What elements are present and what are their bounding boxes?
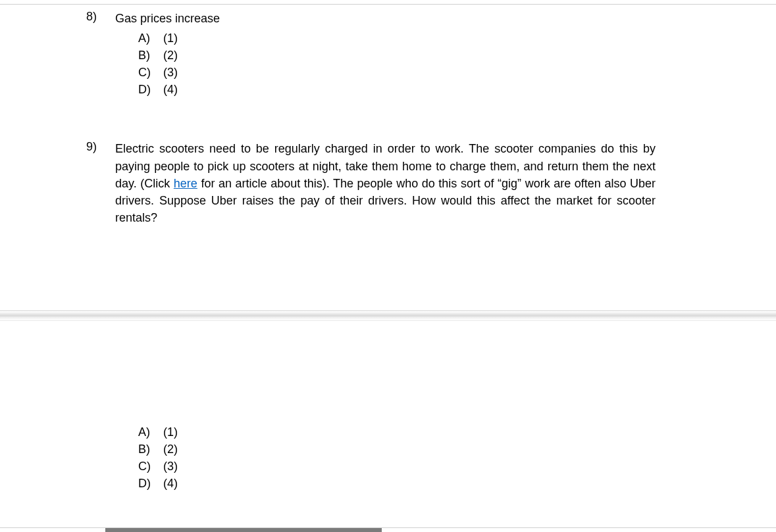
option-value: (2) [163, 47, 178, 64]
option-row: D) (4) [138, 475, 656, 492]
option-letter: B) [138, 47, 163, 64]
option-row: A) (1) [138, 30, 656, 47]
question-options: A) (1) B) (2) C) (3) D) (4) [138, 30, 656, 98]
option-value: (1) [163, 423, 178, 441]
question-number: 9) [86, 140, 115, 154]
option-row: D) (4) [138, 81, 656, 98]
option-value: (3) [163, 458, 178, 475]
option-row: C) (3) [138, 458, 656, 475]
article-link[interactable]: here [174, 177, 197, 190]
question-number: 8) [86, 10, 115, 24]
option-letter: C) [138, 458, 163, 475]
option-row: B) (2) [138, 441, 656, 458]
horizontal-scrollbar-thumb[interactable] [105, 528, 382, 532]
option-letter: A) [138, 423, 163, 441]
top-border-rule [0, 4, 776, 5]
option-value: (4) [163, 475, 178, 492]
option-letter: D) [138, 81, 163, 98]
option-letter: C) [138, 64, 163, 81]
option-letter: D) [138, 475, 163, 492]
option-row: C) (3) [138, 64, 656, 81]
document-page: 8) Gas prices increase A) (1) B) (2) C) … [86, 10, 656, 496]
option-row: B) (2) [138, 47, 656, 64]
question-8: 8) Gas prices increase A) (1) B) (2) C) … [86, 10, 656, 98]
option-value: (4) [163, 81, 178, 98]
question-text: Electric scooters need to be regularly c… [115, 140, 656, 226]
option-letter: B) [138, 441, 163, 458]
question-body: Gas prices increase A) (1) B) (2) C) (3)… [115, 10, 656, 98]
option-row: A) (1) [138, 423, 656, 441]
option-value: (3) [163, 64, 178, 81]
option-value: (1) [163, 30, 178, 47]
page-break-gap [0, 310, 776, 321]
option-value: (2) [163, 441, 178, 458]
option-letter: A) [138, 30, 163, 47]
question-options: A) (1) B) (2) C) (3) D) (4) [138, 423, 656, 492]
question-text: Gas prices increase [115, 10, 656, 27]
